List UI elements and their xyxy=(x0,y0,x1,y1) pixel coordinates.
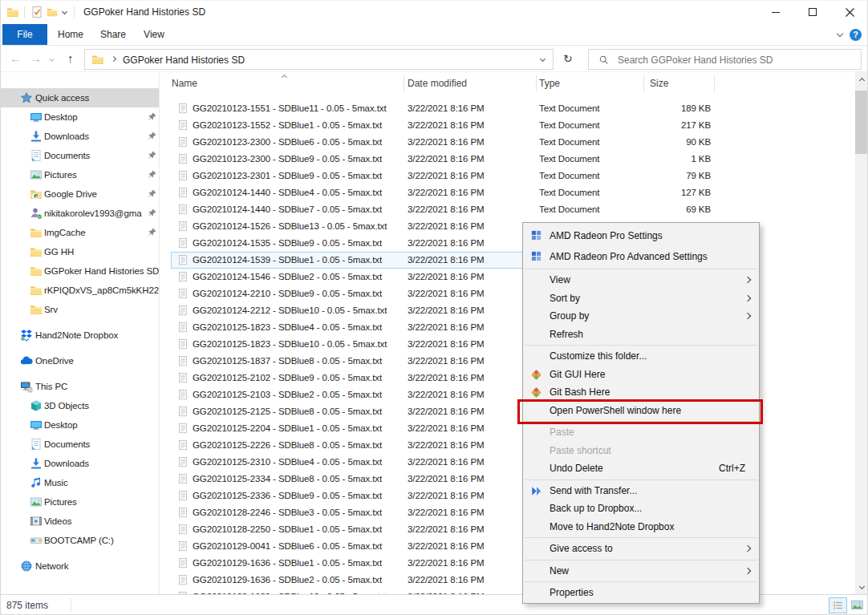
sidebar-item-srv[interactable]: Srv xyxy=(0,300,159,319)
sidebar-item-this-pc[interactable]: This PC xyxy=(0,377,159,396)
menu-item-new[interactable]: New xyxy=(523,562,759,581)
sidebar-item-label: GGPoker Hand Histories SD xyxy=(44,261,159,281)
titlebar: GGPoker Hand Histories SD xyxy=(0,0,868,24)
minimize-button[interactable] xyxy=(757,0,794,24)
menu-item-undo-delete[interactable]: Undo DeleteCtrl+Z xyxy=(523,459,759,478)
column-header-type[interactable]: Type xyxy=(539,78,560,89)
sidebar-item-onedrive[interactable]: OneDrive xyxy=(0,351,159,370)
file-row[interactable]: GG20210123-2300 - SDBlue6 - 0.05 - 5max.… xyxy=(160,134,855,151)
sidebar-item-rkpiqdxvs-ap8cm5kkh22v[interactable]: rKPIQDxVS_ap8Cm5kKH22v xyxy=(0,281,159,300)
menu-item-give-access-to[interactable]: Give access to xyxy=(523,540,759,558)
qat-dropdown-icon[interactable] xyxy=(62,9,67,14)
text-file-icon xyxy=(178,423,189,435)
sidebar-item-music[interactable]: Music xyxy=(0,473,159,492)
menu-item-amd-radeon-pro-advanced-settings[interactable]: AMD Radeon Pro Advanced Settings xyxy=(523,246,759,267)
minimize-icon xyxy=(772,12,780,13)
close-icon xyxy=(846,8,854,17)
sidebar-item-google-drive[interactable]: Google Drive xyxy=(0,184,159,204)
sidebar-item-imgcache[interactable]: ImgCache xyxy=(0,223,159,242)
sidebar-item-label: 3D Objects xyxy=(44,396,89,415)
breadcrumb[interactable]: GGPoker Hand Histories SD xyxy=(123,55,245,66)
sidebar-item-gg-hh[interactable]: GG HH xyxy=(0,242,159,261)
file-row[interactable]: GG20210123-1551 - SDBlue11 - 0.05 - 5max… xyxy=(160,100,855,117)
ribbon-expand-icon[interactable] xyxy=(837,30,843,37)
sidebar-item-pictures[interactable]: Pictures xyxy=(0,492,159,512)
menu-item-properties[interactable]: Properties xyxy=(523,584,759,602)
file-row[interactable]: GG20210123-2300 - SDBlue9 - 0.05 - 5max.… xyxy=(160,151,855,168)
menu-item-send-with-transfer[interactable]: Send with Transfer... xyxy=(523,482,759,500)
column-header-size[interactable]: Size xyxy=(650,78,668,89)
details-view-button[interactable] xyxy=(829,597,847,613)
tab-view[interactable]: View xyxy=(135,24,173,45)
search-box[interactable]: Search GGPoker Hand Histories SD xyxy=(588,49,862,70)
menu-item-label: Undo Delete xyxy=(550,463,603,474)
menu-item-sort-by[interactable]: Sort by xyxy=(523,289,759,308)
sidebar-item-label: BOOTCAMP (C:) xyxy=(44,531,114,550)
column-divider[interactable] xyxy=(404,75,404,91)
sidebar-item-downloads[interactable]: Downloads xyxy=(0,454,159,473)
scrollbar-thumb[interactable] xyxy=(855,91,868,154)
breadcrumb-chevron-icon[interactable] xyxy=(111,56,116,62)
sidebar-item-label: Documents xyxy=(44,146,90,165)
menu-item-move-to-hand2note-dropbox[interactable]: Move to Hand2Note Dropbox xyxy=(523,518,759,536)
dropbox-icon xyxy=(20,329,33,342)
tab-home[interactable]: Home xyxy=(50,24,91,45)
sidebar-item-downloads[interactable]: Downloads xyxy=(0,127,159,146)
thumbnails-view-button[interactable] xyxy=(849,597,866,613)
file-date-modified: 3/22/2021 8:16 PM xyxy=(408,454,484,471)
tab-share[interactable]: Share xyxy=(91,24,135,45)
sidebar-item-nikitakorolev1993-gma[interactable]: nikitakorolev1993@gma xyxy=(0,204,159,223)
menu-item-view[interactable]: View xyxy=(523,271,759,289)
sidebar-item-documents[interactable]: Documents xyxy=(0,146,159,165)
up-button[interactable]: ↑ xyxy=(67,51,74,65)
sidebar-item-3d-objects[interactable]: 3D Objects xyxy=(0,396,159,415)
menu-item-customize-this-folder[interactable]: Customize this folder... xyxy=(523,347,759,366)
vertical-scrollbar[interactable] xyxy=(855,72,868,594)
sidebar-item-videos[interactable]: Videos xyxy=(0,512,159,531)
sidebar-item-documents[interactable]: Documents xyxy=(0,435,159,454)
address-folder-icon xyxy=(91,53,104,66)
file-date-modified: 3/22/2021 8:16 PM xyxy=(408,403,484,420)
close-button[interactable] xyxy=(831,0,868,24)
column-divider[interactable] xyxy=(536,75,537,91)
sidebar-item-label: Downloads xyxy=(44,454,89,473)
sidebar-item-network[interactable]: Network xyxy=(0,556,159,576)
menu-item-amd-radeon-pro-settings[interactable]: AMD Radeon Pro Settings xyxy=(523,225,759,246)
menu-item-label: View xyxy=(550,274,570,285)
sidebar-item-quick-access[interactable]: Quick access xyxy=(0,88,159,107)
sidebar-item-desktop[interactable]: Desktop xyxy=(0,415,159,435)
column-divider[interactable] xyxy=(714,75,715,91)
sidebar-item-desktop[interactable]: Desktop xyxy=(0,107,159,127)
menu-item-refresh[interactable]: Refresh xyxy=(523,326,759,344)
file-row[interactable]: GG20210124-1440 - SDBlue7 - 0.05 - 5max.… xyxy=(160,201,855,218)
menu-item-git-gui-here[interactable]: Git GUI Here xyxy=(523,366,759,384)
refresh-button[interactable]: ↻ xyxy=(563,52,573,65)
address-box[interactable]: GGPoker Hand Histories SD xyxy=(84,49,554,70)
scroll-up-button[interactable] xyxy=(855,72,868,86)
address-dropdown-icon[interactable] xyxy=(540,56,546,62)
qat-properties-button[interactable] xyxy=(30,6,43,18)
sidebar-item-ggpoker-hand-histories-sd[interactable]: GGPoker Hand Histories SD xyxy=(0,261,159,281)
column-header-name[interactable]: Name xyxy=(172,78,197,89)
scroll-down-button[interactable] xyxy=(855,581,868,594)
menu-item-back-up-to-dropbox[interactable]: Back up to Dropbox... xyxy=(523,500,759,518)
annotation-highlight-box xyxy=(517,399,763,424)
sidebar-item-pictures[interactable]: Pictures xyxy=(0,165,159,184)
menu-separator xyxy=(525,269,757,269)
file-row[interactable]: GG20210123-1552 - SDBlue1 - 0.05 - 5max.… xyxy=(160,117,855,134)
menu-separator xyxy=(525,479,757,480)
column-header-date-modified[interactable]: Date modified xyxy=(408,78,467,89)
back-button[interactable]: ← xyxy=(10,51,22,65)
maximize-button[interactable] xyxy=(794,0,831,24)
sidebar-item-bootcamp-c-[interactable]: BOOTCAMP (C:) xyxy=(0,531,159,550)
column-divider[interactable] xyxy=(643,75,644,91)
file-row[interactable]: GG20210123-2301 - SDBlue9 - 0.05 - 5max.… xyxy=(160,168,855,184)
tab-file[interactable]: File xyxy=(2,24,47,45)
menu-item-group-by[interactable]: Group by xyxy=(523,307,759,326)
forward-button[interactable]: → xyxy=(30,51,42,65)
recent-locations-icon[interactable] xyxy=(49,56,55,62)
file-row[interactable]: GG20210124-1440 - SDBlue4 - 0.05 - 5max.… xyxy=(160,184,855,201)
qat-new-folder-button[interactable] xyxy=(47,6,58,18)
sidebar-item-hand2note-dropbox[interactable]: Hand2Note Dropbox xyxy=(0,326,159,345)
help-icon[interactable]: ? xyxy=(850,29,862,41)
